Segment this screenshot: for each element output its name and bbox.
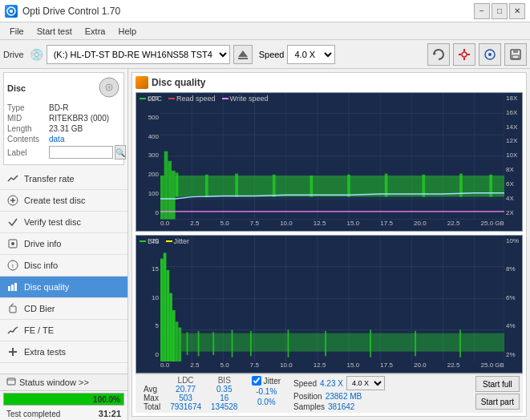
write-speed-color bbox=[222, 98, 229, 99]
nav-verify-test-disc[interactable]: Verify test disc bbox=[0, 212, 127, 233]
svg-rect-8 bbox=[459, 54, 461, 55]
svg-rect-60 bbox=[310, 176, 314, 197]
drive-info-icon bbox=[6, 237, 19, 250]
contents-value: data bbox=[49, 135, 64, 143]
svg-point-17 bbox=[107, 86, 111, 89]
svg-rect-86 bbox=[172, 310, 176, 361]
svg-rect-6 bbox=[463, 49, 465, 51]
speed-select[interactable]: 4.0 X bbox=[287, 45, 335, 64]
drive-label: Drive bbox=[3, 50, 24, 59]
legend-bis-label: BIS bbox=[148, 237, 160, 245]
svg-rect-61 bbox=[347, 175, 350, 197]
chart2-svg bbox=[160, 236, 504, 362]
ldc-header: LDC bbox=[165, 376, 206, 385]
legend-ldc: LDC bbox=[140, 95, 162, 103]
start-full-button[interactable]: Start full bbox=[475, 376, 520, 392]
disc-info-icon: i bbox=[6, 259, 19, 272]
app-icon bbox=[5, 5, 18, 18]
svg-rect-96 bbox=[325, 330, 326, 356]
nav-transfer-rate[interactable]: Transfer rate bbox=[0, 168, 127, 190]
chart1-x-axis: 0.0 2.5 5.0 7.5 10.0 12.5 15.0 17.5 20.0… bbox=[160, 220, 504, 231]
nav-create-test-disc-label: Create test disc bbox=[24, 196, 85, 205]
speed-label: Speed bbox=[259, 50, 285, 59]
avg-bis: 0.35 bbox=[206, 385, 242, 394]
length-label: Length bbox=[7, 124, 49, 133]
read-speed-color bbox=[168, 98, 175, 99]
cd-bier-icon bbox=[6, 302, 19, 315]
nav-extra-tests[interactable]: Extra tests bbox=[0, 341, 127, 363]
total-ldc: 7931674 bbox=[165, 402, 206, 411]
svg-point-5 bbox=[462, 52, 467, 57]
content-area: Disc quality LDC Read speed bbox=[128, 69, 530, 420]
minimize-button[interactable]: − bbox=[474, 3, 490, 19]
drive-select[interactable]: (K:) HL-DT-ST BD-RE WH16NS58 TST4 bbox=[47, 45, 230, 64]
nav-disc-info[interactable]: i Disc info bbox=[0, 255, 127, 277]
svg-rect-93 bbox=[232, 329, 233, 357]
legend-ldc-label: LDC bbox=[148, 95, 162, 103]
type-value: BD-R bbox=[49, 103, 68, 112]
start-buttons: Start full Start part bbox=[475, 376, 520, 410]
svg-rect-13 bbox=[513, 50, 518, 53]
nav-drive-info-label: Drive info bbox=[24, 239, 61, 248]
menu-bar: File Start test Extra Help bbox=[0, 22, 530, 40]
svg-rect-95 bbox=[288, 329, 289, 357]
svg-rect-92 bbox=[212, 332, 214, 355]
avg-speed: 4.23 X bbox=[320, 379, 343, 388]
svg-text:i: i bbox=[12, 262, 14, 269]
fe-te-icon bbox=[6, 324, 19, 337]
save-button[interactable] bbox=[504, 43, 527, 66]
legend-read-speed-label: Read speed bbox=[176, 95, 216, 103]
bis-color bbox=[140, 240, 146, 242]
disc-write-button[interactable] bbox=[479, 43, 501, 66]
samples-value: 381642 bbox=[328, 402, 354, 411]
menu-help[interactable]: Help bbox=[111, 25, 143, 38]
svg-rect-99 bbox=[459, 329, 461, 357]
disc-quality-panel-icon bbox=[136, 76, 148, 89]
maximize-button[interactable]: □ bbox=[492, 3, 508, 19]
position-value: 23862 MB bbox=[326, 392, 362, 401]
legend-bis: BIS bbox=[140, 237, 160, 245]
max-label: Max bbox=[139, 394, 165, 402]
nav-cd-bier-label: CD Bier bbox=[24, 304, 55, 313]
speed-stat-label: Speed bbox=[293, 379, 317, 388]
eject-button[interactable] bbox=[233, 45, 253, 64]
svg-point-11 bbox=[488, 53, 492, 56]
legend-jitter: Jitter bbox=[166, 237, 190, 245]
legend-write-speed: Write speed bbox=[222, 95, 269, 103]
disc-panel-title: Disc bbox=[7, 83, 26, 93]
svg-rect-89 bbox=[181, 333, 504, 351]
menu-start-test[interactable]: Start test bbox=[30, 25, 79, 38]
samples-row: Samples 381642 bbox=[293, 402, 385, 411]
chart-container: LDC Read speed Write speed bbox=[136, 92, 523, 374]
svg-rect-53 bbox=[168, 161, 172, 220]
position-label: Position bbox=[293, 392, 322, 401]
nav-disc-quality[interactable]: Disc quality bbox=[0, 277, 127, 298]
menu-file[interactable]: File bbox=[3, 25, 30, 38]
disc-quality-panel-title: Disc quality bbox=[152, 77, 205, 88]
close-button[interactable]: ✕ bbox=[509, 3, 525, 19]
settings-button[interactable] bbox=[453, 43, 475, 66]
jitter-checkbox[interactable] bbox=[252, 376, 261, 386]
svg-rect-56 bbox=[176, 172, 179, 196]
nav-create-test-disc[interactable]: Create test disc bbox=[0, 190, 127, 212]
nav-fe-te[interactable]: FE / TE bbox=[0, 320, 127, 341]
refresh-button[interactable] bbox=[427, 43, 450, 66]
mid-value: RITEKBR3 (000) bbox=[49, 114, 109, 123]
label-input[interactable] bbox=[49, 146, 113, 159]
chart2-x-axis: 0.0 2.5 5.0 7.5 10.0 12.5 15.0 17.5 20.0… bbox=[160, 361, 504, 373]
speed-dropdown[interactable]: 4.0 X bbox=[346, 376, 385, 390]
menu-extra[interactable]: Extra bbox=[79, 25, 112, 38]
svg-rect-26 bbox=[11, 285, 14, 291]
position-row: Position 23862 MB bbox=[293, 392, 385, 401]
svg-rect-94 bbox=[250, 330, 252, 356]
nav-disc-quality-label: Disc quality bbox=[24, 282, 69, 292]
start-part-button[interactable]: Start part bbox=[475, 394, 520, 410]
label-search-button[interactable]: 🔍 bbox=[115, 145, 126, 160]
status-window-button[interactable]: Status window >> bbox=[0, 374, 127, 391]
nav-drive-info[interactable]: Drive info bbox=[0, 233, 127, 255]
avg-jitter: -0.1% bbox=[252, 387, 281, 396]
title-bar: Opti Drive Control 1.70 − □ ✕ bbox=[0, 0, 530, 22]
disc-quality-icon bbox=[6, 281, 19, 293]
legend-write-speed-label: Write speed bbox=[230, 95, 269, 103]
nav-cd-bier[interactable]: CD Bier bbox=[0, 298, 127, 320]
